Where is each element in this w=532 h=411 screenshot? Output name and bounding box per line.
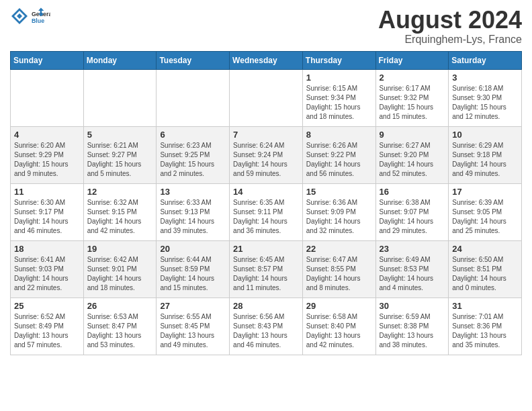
calendar-cell: 13Sunrise: 6:33 AMSunset: 9:13 PMDayligh… (157, 183, 230, 240)
day-info-line: and 56 minutes. (306, 169, 372, 179)
day-number: 8 (306, 130, 372, 140)
day-info: Sunrise: 6:52 AMSunset: 8:49 PMDaylight:… (14, 312, 80, 350)
calendar-week-3: 11Sunrise: 6:30 AMSunset: 9:17 PMDayligh… (11, 183, 522, 240)
day-info-line: Daylight: 14 hours (452, 274, 518, 283)
day-info: Sunrise: 6:24 AMSunset: 9:24 PMDaylight:… (233, 141, 299, 179)
day-info-line: Sunrise: 6:29 AM (452, 141, 518, 150)
day-info-line: and 53 minutes. (87, 340, 153, 350)
day-number: 19 (87, 244, 153, 254)
day-info-line: Sunrise: 7:01 AM (452, 312, 518, 322)
day-info-line: Daylight: 15 hours (306, 103, 372, 112)
day-number: 6 (160, 130, 226, 140)
calendar-cell: 24Sunrise: 6:50 AMSunset: 8:51 PMDayligh… (449, 240, 522, 298)
calendar-cell: 14Sunrise: 6:35 AMSunset: 9:11 PMDayligh… (230, 183, 303, 240)
day-info-line: Daylight: 15 hours (160, 160, 226, 169)
day-number: 20 (160, 244, 226, 254)
calendar-cell: 21Sunrise: 6:45 AMSunset: 8:57 PMDayligh… (230, 240, 303, 298)
day-info-line: and 4 minutes. (380, 283, 445, 293)
day-info: Sunrise: 6:44 AMSunset: 8:59 PMDaylight:… (160, 255, 226, 293)
day-info-line: and 12 minutes. (452, 112, 518, 122)
day-number: 30 (380, 301, 445, 311)
day-info: Sunrise: 6:23 AMSunset: 9:25 PMDaylight:… (160, 141, 226, 179)
day-info-line: Daylight: 14 hours (452, 217, 518, 226)
day-info-line: Daylight: 15 hours (452, 103, 518, 112)
header-wednesday: Wednesday (230, 51, 303, 69)
calendar-cell: 29Sunrise: 6:58 AMSunset: 8:40 PMDayligh… (302, 298, 375, 355)
day-number: 16 (380, 187, 445, 197)
header-thursday: Thursday (302, 51, 375, 69)
day-info-line: Sunset: 9:07 PM (380, 208, 445, 217)
day-info-line: Sunset: 9:01 PM (87, 265, 153, 274)
day-info-line: Daylight: 14 hours (233, 217, 299, 226)
day-info-line: Sunset: 8:49 PM (14, 322, 80, 331)
calendar-week-5: 25Sunrise: 6:52 AMSunset: 8:49 PMDayligh… (11, 298, 522, 355)
day-info-line: Sunset: 9:24 PM (233, 150, 299, 160)
day-info: Sunrise: 6:15 AMSunset: 9:34 PMDaylight:… (306, 84, 372, 122)
calendar-cell: 2Sunrise: 6:17 AMSunset: 9:32 PMDaylight… (375, 69, 449, 126)
day-info-line: Sunrise: 6:45 AM (233, 255, 299, 265)
day-info-line: Sunset: 9:27 PM (87, 150, 153, 160)
day-info-line: Sunrise: 6:41 AM (14, 255, 80, 265)
day-info-line: and 46 minutes. (233, 340, 299, 350)
logo: General Blue (10, 7, 50, 26)
day-info-line: Daylight: 13 hours (452, 331, 518, 340)
day-number: 7 (233, 130, 299, 140)
calendar-cell: 15Sunrise: 6:36 AMSunset: 9:09 PMDayligh… (302, 183, 375, 240)
day-info-line: Sunset: 9:32 PM (380, 93, 445, 103)
day-info: Sunrise: 6:49 AMSunset: 8:53 PMDaylight:… (380, 255, 445, 293)
day-number: 28 (233, 301, 299, 311)
day-info-line: Sunset: 9:22 PM (306, 150, 372, 160)
day-number: 22 (306, 244, 372, 254)
day-info-line: and 42 minutes. (87, 226, 153, 236)
day-info-line: and 32 minutes. (306, 226, 372, 236)
day-info-line: and 46 minutes. (14, 226, 80, 236)
day-info-line: and 9 minutes. (14, 169, 80, 179)
calendar-cell: 16Sunrise: 6:38 AMSunset: 9:07 PMDayligh… (375, 183, 449, 240)
calendar-cell: 10Sunrise: 6:29 AMSunset: 9:18 PMDayligh… (449, 126, 522, 183)
day-info-line: Sunset: 8:47 PM (87, 322, 153, 331)
header-sunday: Sunday (11, 51, 84, 69)
calendar-cell: 19Sunrise: 6:42 AMSunset: 9:01 PMDayligh… (83, 240, 157, 298)
day-info-line: Sunset: 8:38 PM (380, 322, 445, 331)
day-info-line: Daylight: 14 hours (380, 160, 445, 169)
day-info-line: and 49 minutes. (452, 169, 518, 179)
day-info-line: Sunrise: 6:21 AM (87, 141, 153, 150)
day-number: 23 (380, 244, 445, 254)
calendar-cell: 9Sunrise: 6:27 AMSunset: 9:20 PMDaylight… (375, 126, 449, 183)
day-info-line: Daylight: 14 hours (160, 274, 226, 283)
day-number: 13 (160, 187, 226, 197)
day-info-line: Sunrise: 6:50 AM (452, 255, 518, 265)
day-number: 29 (306, 301, 372, 311)
day-info-line: Daylight: 13 hours (306, 331, 372, 340)
day-number: 12 (87, 187, 153, 197)
calendar-cell: 17Sunrise: 6:39 AMSunset: 9:05 PMDayligh… (449, 183, 522, 240)
day-info-line: Sunset: 8:59 PM (160, 265, 226, 274)
day-info-line: Sunset: 9:13 PM (160, 208, 226, 217)
day-info-line: and 38 minutes. (380, 340, 445, 350)
day-info-line: Sunrise: 6:27 AM (380, 141, 445, 150)
calendar-week-4: 18Sunrise: 6:41 AMSunset: 9:03 PMDayligh… (11, 240, 522, 298)
day-info-line: Sunset: 9:15 PM (87, 208, 153, 217)
day-info-line: Sunset: 8:57 PM (233, 265, 299, 274)
day-info-line: Sunrise: 6:59 AM (380, 312, 445, 322)
day-number: 1 (306, 73, 372, 83)
day-info-line: Daylight: 14 hours (14, 217, 80, 226)
day-info-line: Sunrise: 6:44 AM (160, 255, 226, 265)
calendar-cell: 26Sunrise: 6:53 AMSunset: 8:47 PMDayligh… (83, 298, 157, 355)
day-number: 26 (87, 301, 153, 311)
day-info-line: Daylight: 14 hours (233, 160, 299, 169)
day-info-line: and 42 minutes. (306, 340, 372, 350)
header-row: Sunday Monday Tuesday Wednesday Thursday… (11, 51, 522, 69)
day-info-line: and 36 minutes. (233, 226, 299, 236)
day-info-line: Sunrise: 6:24 AM (233, 141, 299, 150)
day-info-line: and 8 minutes. (306, 283, 372, 293)
day-info-line: Daylight: 13 hours (380, 331, 445, 340)
day-info-line: Sunset: 8:36 PM (452, 322, 518, 331)
day-info-line: Sunset: 8:43 PM (233, 322, 299, 331)
day-info-line: and 57 minutes. (14, 340, 80, 350)
svg-text:Blue: Blue (32, 17, 44, 24)
calendar-cell: 7Sunrise: 6:24 AMSunset: 9:24 PMDaylight… (230, 126, 303, 183)
calendar-cell (157, 69, 230, 126)
day-number: 24 (452, 244, 518, 254)
calendar-cell: 31Sunrise: 7:01 AMSunset: 8:36 PMDayligh… (449, 298, 522, 355)
